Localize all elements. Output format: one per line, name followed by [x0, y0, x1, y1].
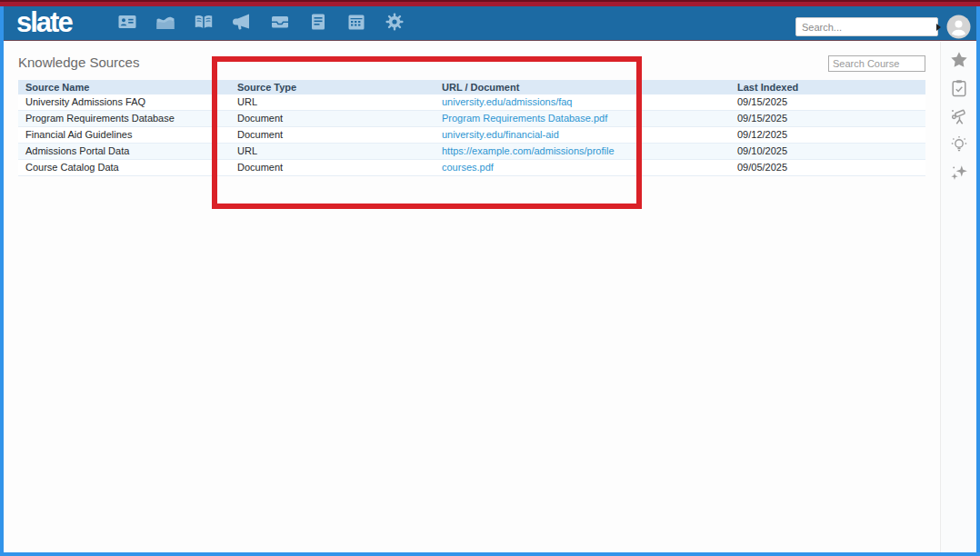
- knowledge-sources-table: Source Name Source Type URL / Document L…: [18, 80, 925, 176]
- window-frame-bottom: [0, 552, 980, 556]
- global-search: [795, 17, 938, 36]
- slate-logo: slate: [16, 5, 72, 40]
- last-indexed-cell: 09/15/2025: [730, 94, 925, 110]
- calendar-nav-button[interactable]: [345, 13, 367, 35]
- search-submit-arrow-icon[interactable]: [936, 18, 941, 35]
- top-navigation-bar: slate: [4, 6, 976, 41]
- source-link[interactable]: university.edu/admissions/faq: [442, 96, 572, 107]
- queries-nav-button[interactable]: [307, 13, 329, 35]
- lookup-nav-button[interactable]: [193, 13, 215, 35]
- course-search-input[interactable]: [828, 55, 925, 72]
- area-chart-icon: [155, 11, 176, 36]
- table-row[interactable]: Course Catalog Data Document courses.pdf…: [18, 160, 925, 176]
- gear-icon: [384, 11, 405, 36]
- source-link[interactable]: Program Requirements Database.pdf: [442, 113, 607, 124]
- source-name-cell: Admissions Portal Data: [18, 144, 230, 159]
- page-title: Knowledge Sources: [18, 55, 139, 70]
- lightbulb-icon: [949, 134, 969, 158]
- calendar-grid-icon: [345, 11, 367, 36]
- records-nav-button[interactable]: [116, 13, 138, 35]
- table-row[interactable]: Program Requirements Database Document P…: [18, 111, 925, 127]
- insights-button[interactable]: [949, 136, 969, 156]
- inbox-nav-button[interactable]: [269, 13, 291, 35]
- database-nav-button[interactable]: [384, 13, 405, 35]
- url-document-cell: university.edu/financial-aid: [435, 127, 730, 143]
- global-search-input[interactable]: [796, 22, 936, 33]
- last-indexed-cell: 09/12/2025: [730, 127, 925, 143]
- user-avatar[interactable]: [946, 15, 971, 39]
- window-frame-left: [0, 6, 4, 556]
- last-indexed-cell: 09/10/2025: [730, 144, 925, 159]
- tasks-button[interactable]: [949, 80, 969, 100]
- source-link[interactable]: https://example.com/admissions/profile: [442, 145, 615, 156]
- table-header-row: Source Name Source Type URL / Document L…: [18, 80, 925, 94]
- last-indexed-cell: 09/15/2025: [730, 111, 925, 126]
- source-type-cell: Document: [230, 111, 435, 126]
- table-row[interactable]: Financial Aid Guidelines Document univer…: [18, 127, 925, 144]
- slate-app-window: slate: [0, 0, 980, 556]
- source-name-cell: Program Requirements Database: [18, 111, 230, 126]
- star-icon: [949, 50, 969, 74]
- megaphone-icon: [231, 11, 253, 36]
- source-name-cell: Financial Aid Guidelines: [18, 127, 230, 143]
- table-row[interactable]: University Admissions FAQ URL university…: [18, 94, 925, 111]
- telescope-icon: [949, 106, 969, 130]
- column-header-source-type: Source Type: [230, 80, 435, 94]
- document-lines-icon: [307, 11, 329, 36]
- right-utility-rail: [940, 42, 976, 552]
- column-header-url-document: URL / Document: [435, 80, 730, 94]
- last-indexed-cell: 09/05/2025: [730, 160, 925, 175]
- column-header-last-indexed: Last Indexed: [730, 80, 925, 94]
- reports-nav-button[interactable]: [155, 13, 176, 35]
- open-book-icon: [193, 11, 215, 36]
- source-link[interactable]: courses.pdf: [442, 162, 494, 173]
- discover-button[interactable]: [949, 108, 969, 128]
- primary-nav: [116, 6, 405, 41]
- table-row[interactable]: Admissions Portal Data URL https://examp…: [18, 144, 925, 160]
- source-name-cell: Course Catalog Data: [18, 160, 230, 175]
- source-type-cell: Document: [230, 127, 435, 143]
- sparkles-icon: [949, 163, 969, 186]
- inbox-tray-icon: [269, 11, 291, 36]
- url-document-cell: university.edu/admissions/faq: [435, 94, 730, 110]
- ai-assistant-button[interactable]: [949, 164, 969, 184]
- favorites-button[interactable]: [949, 52, 969, 72]
- deliver-nav-button[interactable]: [231, 13, 253, 35]
- source-name-cell: University Admissions FAQ: [18, 94, 230, 110]
- source-type-cell: Document: [230, 160, 435, 175]
- column-header-source-name: Source Name: [18, 80, 230, 94]
- source-type-cell: URL: [230, 94, 435, 110]
- id-card-icon: [116, 11, 138, 36]
- source-link[interactable]: university.edu/financial-aid: [442, 129, 559, 140]
- window-frame-right: [976, 6, 980, 556]
- source-type-cell: URL: [230, 144, 435, 159]
- clipboard-check-icon: [949, 78, 969, 102]
- url-document-cell: courses.pdf: [435, 160, 730, 175]
- url-document-cell: Program Requirements Database.pdf: [435, 111, 730, 126]
- url-document-cell: https://example.com/admissions/profile: [435, 144, 730, 159]
